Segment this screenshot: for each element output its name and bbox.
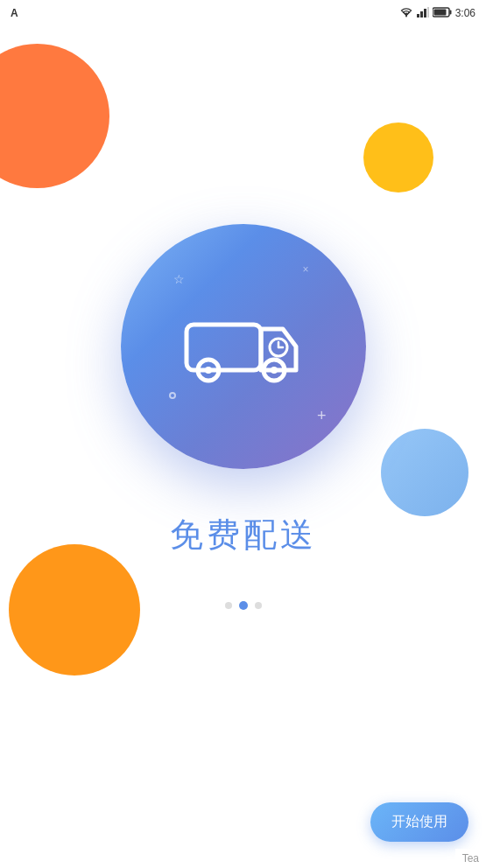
main-illustration-circle: ☆ × + [121,224,366,469]
plus-decoration: + [317,407,327,425]
pagination-dot-2[interactable] [239,601,248,610]
svg-rect-2 [420,11,423,18]
svg-rect-1 [417,14,419,18]
pagination-dot-3[interactable] [255,602,262,609]
truck-illustration [173,294,313,399]
svg-rect-6 [449,10,451,14]
time-display: 3:06 [455,7,475,19]
dot-decoration-1 [169,392,176,399]
page-title: 免费配送 [170,513,317,557]
star-decoration-2: × [302,263,308,276]
star-decoration-1: ☆ [173,272,185,286]
status-indicators: 3:06 [399,7,475,20]
tea-label: Tea [455,849,486,868]
pagination-dots [225,601,262,610]
battery-icon [433,7,452,20]
svg-rect-4 [427,7,429,18]
svg-point-13 [205,367,212,374]
svg-point-15 [271,367,278,374]
status-bar: A 3:06 [0,0,486,26]
app-icon: A [11,7,18,19]
pagination-dot-1[interactable] [225,602,232,609]
signal-icon [417,7,429,20]
wifi-icon [399,7,413,20]
svg-point-0 [405,15,407,17]
start-button[interactable]: 开始使用 [370,802,468,842]
svg-rect-8 [187,325,261,370]
svg-rect-7 [433,9,446,15]
svg-rect-3 [424,9,426,18]
main-content: ☆ × + 免费配送 [0,0,486,868]
